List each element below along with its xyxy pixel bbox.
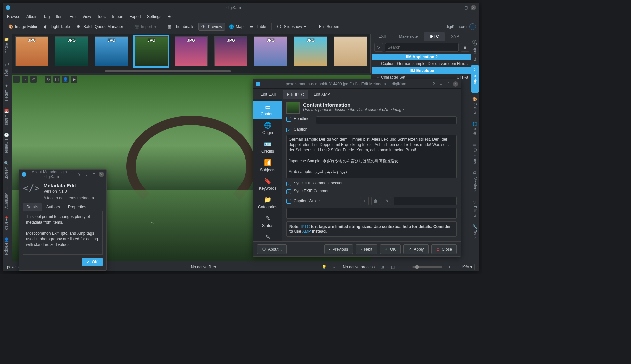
menu-tag[interactable]: Tag [43, 14, 50, 19]
refresh-button[interactable]: ↻ [383, 197, 391, 205]
options-button[interactable]: ⊞ [461, 43, 469, 52]
tab-xmp[interactable]: XMP [445, 32, 465, 41]
tab-timeline[interactable]: 🕐Timeline [3, 129, 10, 157]
help-button[interactable]: ? [431, 81, 436, 87]
collapse-button[interactable]: ⌄ [84, 172, 89, 177]
apply-button[interactable]: ✓Apply [403, 244, 429, 254]
close-button[interactable]: ⊘Close [431, 244, 457, 254]
caption-textarea[interactable] [286, 135, 457, 178]
ok-button[interactable]: ✓OK [380, 244, 401, 254]
tab-labels[interactable]: ★Labels [3, 80, 10, 105]
thumbnail[interactable]: JPG [15, 36, 48, 66]
close-button[interactable]: ✕ [471, 5, 476, 10]
thumbnail[interactable] [334, 36, 367, 66]
menu-settings[interactable]: Settings [147, 14, 161, 19]
category-properties[interactable]: ✎Properties [253, 231, 282, 241]
tab-edit-iptc[interactable]: Edit IPTC [283, 90, 308, 99]
prev-image-button[interactable]: ‹ [13, 76, 20, 83]
tab-tools[interactable]: 🔧Tools [471, 221, 479, 243]
collapse-button[interactable]: ⌄ [438, 81, 444, 87]
xmp-link[interactable]: XMP [302, 229, 311, 234]
tab-exif[interactable]: EXIF [372, 32, 393, 41]
tab-similarity[interactable]: ❏Similarity [3, 183, 10, 212]
search-input[interactable] [385, 43, 459, 52]
thumbnails-button[interactable]: ▦Thumbnails [165, 23, 197, 30]
expand-button[interactable]: ⌃ [446, 81, 451, 87]
thumbnail[interactable]: JPG [55, 36, 88, 66]
tab-tags[interactable]: 🏷Tags [3, 59, 10, 80]
close-button[interactable]: ✕ [99, 172, 104, 177]
zoom-slider[interactable] [412, 266, 442, 268]
tab-map-r[interactable]: 🌐Map [471, 118, 479, 138]
brand[interactable]: digiKam.org [446, 23, 476, 30]
headline-checkbox[interactable] [286, 117, 291, 122]
rotate-button[interactable]: ⟲ [45, 76, 51, 83]
crop-icon[interactable]: ◫ [391, 265, 396, 269]
import-button[interactable]: 📷Import▾ [132, 23, 159, 30]
thumbnail[interactable]: JPG [254, 36, 287, 66]
menu-view[interactable]: View [82, 14, 91, 19]
tab-edit-xmp[interactable]: Edit XMP [310, 90, 334, 99]
tab-properties[interactable]: Properties [65, 203, 90, 211]
help-button[interactable]: ? [77, 172, 82, 177]
tab-map[interactable]: 📍Map [3, 213, 10, 233]
previous-button[interactable]: ‹Previous [324, 244, 353, 254]
zoom-in-icon[interactable]: + [448, 265, 453, 269]
menu-export[interactable]: Export [129, 14, 141, 19]
thumbnail[interactable]: JPG [175, 36, 208, 66]
close-button[interactable]: ✕ [453, 81, 458, 87]
next-image-button[interactable]: › [22, 76, 28, 83]
image-editor-button[interactable]: 🎨Image Editor [6, 23, 40, 30]
menu-help[interactable]: Help [167, 14, 175, 19]
tab-makernote[interactable]: Makernote [393, 32, 424, 41]
tab-metadata[interactable]: ‹›Metad… [471, 65, 479, 93]
metadata-section-header[interactable]: IIM Envelope [372, 67, 471, 74]
category-origin[interactable]: 🌐Origin [253, 119, 282, 138]
tab-authors[interactable]: Authors [43, 203, 63, 211]
delete-button[interactable]: 🗑 [371, 197, 380, 205]
crop-button[interactable]: ◫ [53, 76, 60, 83]
menu-browse[interactable]: Browse [7, 14, 20, 19]
menu-edit[interactable]: Edit [70, 14, 77, 19]
play-button[interactable]: ▶ [71, 76, 77, 83]
add-button[interactable]: + [360, 197, 369, 205]
thumbnail[interactable]: JPG [214, 36, 247, 66]
caption-writer-input[interactable] [286, 208, 457, 219]
menu-album[interactable]: Album [26, 14, 37, 19]
funnel-icon[interactable]: ▽ [332, 265, 337, 269]
tab-dates[interactable]: 📅Dates [3, 106, 10, 128]
tab-albums[interactable]: 📁Albu… [3, 34, 10, 58]
iptc-link[interactable]: IPTC [301, 224, 310, 229]
face-button[interactable]: 👤 [62, 76, 69, 83]
category-credits[interactable]: 🪪Credits [253, 138, 282, 156]
zoom-out-icon[interactable]: − [402, 265, 406, 269]
tab-colors[interactable]: 🎨Colors [471, 93, 479, 117]
thumbnail[interactable]: JPG [95, 36, 128, 66]
menu-import[interactable]: Import [112, 14, 123, 19]
thumbnail[interactable]: JPG [294, 36, 327, 66]
scrollbar[interactable] [105, 70, 231, 72]
tab-filters[interactable]: ▽Filters [471, 197, 479, 220]
lightbulb-icon[interactable]: 💡 [322, 265, 326, 269]
expand-button[interactable]: ⌃ [91, 172, 97, 177]
next-button[interactable]: ›Next [356, 244, 377, 254]
zoom-value[interactable]: 19%▾ [459, 264, 475, 270]
maximize-button[interactable]: ▢ [463, 5, 469, 10]
caption-writer-checkbox[interactable] [286, 199, 291, 204]
map-button[interactable]: 🌐Map [226, 23, 246, 30]
grid-icon[interactable]: ⊞ [381, 265, 385, 269]
tab-captions[interactable]: ▭Captions [471, 139, 479, 167]
tab-details[interactable]: Details [23, 203, 42, 211]
rotate-left-button[interactable]: ↶ [30, 76, 37, 83]
category-categories[interactable]: 📁Categories [253, 193, 282, 212]
metadata-section-header[interactable]: IIM Application 2 [372, 54, 471, 60]
menu-tools[interactable]: Tools [97, 14, 106, 19]
preview-button[interactable]: 👁Preview [198, 23, 225, 31]
tab-properties[interactable]: ⓘProperties [471, 34, 479, 64]
category-keywords[interactable]: 🔖Keywords [253, 175, 282, 193]
sync-jfif-checkbox[interactable]: ✓ [286, 182, 291, 186]
fullscreen-button[interactable]: ⛶Full Screen [310, 23, 342, 30]
slideshow-button[interactable]: 🖵Slideshow▾ [274, 23, 309, 30]
tab-iptc[interactable]: IPTC [424, 32, 445, 41]
category-content[interactable]: ▭Content [253, 101, 282, 119]
